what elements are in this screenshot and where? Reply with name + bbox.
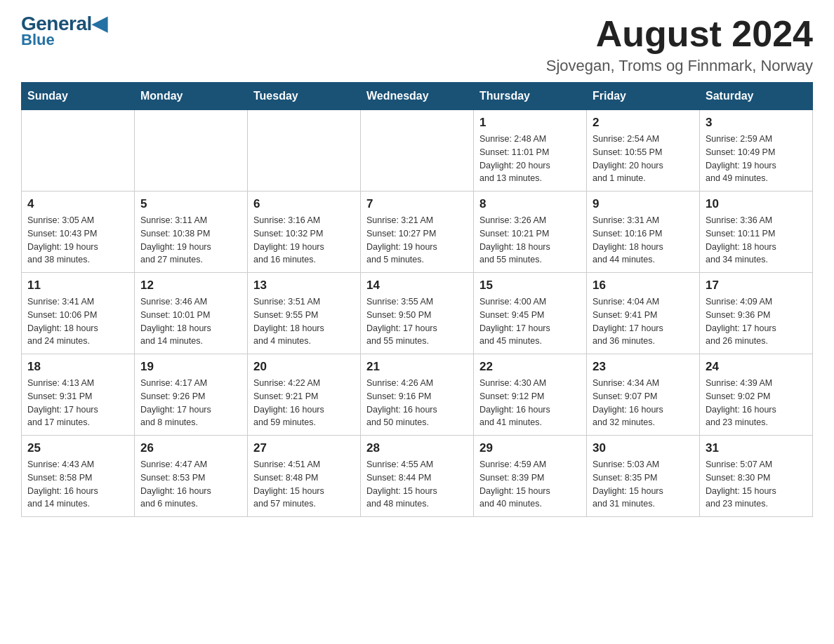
- day-info: Sunrise: 3:31 AM Sunset: 10:16 PM Daylig…: [593, 214, 694, 267]
- day-number: 4: [27, 197, 128, 211]
- page-header: General◀ Blue August 2024 Sjovegan, Trom…: [21, 14, 813, 75]
- day-number: 25: [27, 441, 128, 455]
- table-row: 1Sunrise: 2:48 AM Sunset: 11:01 PM Dayli…: [474, 110, 587, 192]
- day-info: Sunrise: 5:03 AM Sunset: 8:35 PM Dayligh…: [593, 458, 694, 511]
- day-info: Sunrise: 3:16 AM Sunset: 10:32 PM Daylig…: [253, 214, 355, 267]
- table-row: 23Sunrise: 4:34 AM Sunset: 9:07 PM Dayli…: [587, 354, 700, 436]
- col-friday: Friday: [587, 83, 700, 110]
- day-info: Sunrise: 4:04 AM Sunset: 9:41 PM Dayligh…: [593, 295, 694, 348]
- page-title: August 2024: [546, 14, 813, 54]
- day-info: Sunrise: 4:13 AM Sunset: 9:31 PM Dayligh…: [27, 377, 128, 429]
- day-info: Sunrise: 3:51 AM Sunset: 9:55 PM Dayligh…: [253, 295, 355, 348]
- table-row: 3Sunrise: 2:59 AM Sunset: 10:49 PM Dayli…: [700, 110, 813, 192]
- calendar-week-row: 18Sunrise: 4:13 AM Sunset: 9:31 PM Dayli…: [22, 354, 813, 436]
- table-row: 4Sunrise: 3:05 AM Sunset: 10:43 PM Dayli…: [22, 192, 135, 273]
- table-row: 9Sunrise: 3:31 AM Sunset: 10:16 PM Dayli…: [587, 192, 700, 273]
- table-row: 6Sunrise: 3:16 AM Sunset: 10:32 PM Dayli…: [248, 192, 361, 273]
- table-row: 12Sunrise: 3:46 AM Sunset: 10:01 PM Dayl…: [135, 273, 248, 354]
- table-row: 20Sunrise: 4:22 AM Sunset: 9:21 PM Dayli…: [248, 354, 361, 436]
- day-number: 28: [366, 441, 468, 455]
- day-number: 26: [140, 441, 241, 455]
- table-row: 16Sunrise: 4:04 AM Sunset: 9:41 PM Dayli…: [587, 273, 700, 354]
- day-info: Sunrise: 4:47 AM Sunset: 8:53 PM Dayligh…: [140, 458, 241, 511]
- day-info: Sunrise: 3:21 AM Sunset: 10:27 PM Daylig…: [366, 214, 468, 267]
- day-number: 27: [253, 441, 355, 455]
- col-sunday: Sunday: [22, 83, 135, 110]
- table-row: [361, 110, 474, 192]
- day-info: Sunrise: 2:54 AM Sunset: 10:55 PM Daylig…: [593, 133, 694, 185]
- table-row: 29Sunrise: 4:59 AM Sunset: 8:39 PM Dayli…: [474, 436, 587, 517]
- table-row: 15Sunrise: 4:00 AM Sunset: 9:45 PM Dayli…: [474, 273, 587, 354]
- col-tuesday: Tuesday: [248, 83, 361, 110]
- day-info: Sunrise: 3:26 AM Sunset: 10:21 PM Daylig…: [479, 214, 581, 267]
- table-row: 10Sunrise: 3:36 AM Sunset: 10:11 PM Dayl…: [700, 192, 813, 273]
- day-info: Sunrise: 4:55 AM Sunset: 8:44 PM Dayligh…: [366, 458, 468, 511]
- table-row: [248, 110, 361, 192]
- title-block: August 2024 Sjovegan, Troms og Finnmark,…: [546, 14, 813, 75]
- day-number: 31: [706, 441, 807, 455]
- calendar-week-row: 11Sunrise: 3:41 AM Sunset: 10:06 PM Dayl…: [22, 273, 813, 354]
- day-info: Sunrise: 4:22 AM Sunset: 9:21 PM Dayligh…: [253, 377, 355, 429]
- table-row: 31Sunrise: 5:07 AM Sunset: 8:30 PM Dayli…: [700, 436, 813, 517]
- day-number: 22: [479, 360, 581, 374]
- day-info: Sunrise: 3:05 AM Sunset: 10:43 PM Daylig…: [27, 214, 128, 267]
- col-wednesday: Wednesday: [361, 83, 474, 110]
- day-info: Sunrise: 4:51 AM Sunset: 8:48 PM Dayligh…: [253, 458, 355, 511]
- table-row: 24Sunrise: 4:39 AM Sunset: 9:02 PM Dayli…: [700, 354, 813, 436]
- table-row: 27Sunrise: 4:51 AM Sunset: 8:48 PM Dayli…: [248, 436, 361, 517]
- table-row: 30Sunrise: 5:03 AM Sunset: 8:35 PM Dayli…: [587, 436, 700, 517]
- col-saturday: Saturday: [700, 83, 813, 110]
- table-row: 8Sunrise: 3:26 AM Sunset: 10:21 PM Dayli…: [474, 192, 587, 273]
- day-number: 1: [479, 116, 581, 130]
- day-info: Sunrise: 2:48 AM Sunset: 11:01 PM Daylig…: [479, 133, 581, 185]
- day-info: Sunrise: 4:09 AM Sunset: 9:36 PM Dayligh…: [706, 295, 807, 348]
- day-number: 2: [593, 116, 694, 130]
- day-info: Sunrise: 4:26 AM Sunset: 9:16 PM Dayligh…: [366, 377, 468, 429]
- logo-arrow-triangle: ◀: [92, 13, 107, 34]
- table-row: 5Sunrise: 3:11 AM Sunset: 10:38 PM Dayli…: [135, 192, 248, 273]
- day-number: 23: [593, 360, 694, 374]
- logo-blue: Blue: [21, 32, 55, 48]
- day-info: Sunrise: 4:17 AM Sunset: 9:26 PM Dayligh…: [140, 377, 241, 429]
- table-row: 26Sunrise: 4:47 AM Sunset: 8:53 PM Dayli…: [135, 436, 248, 517]
- day-number: 5: [140, 197, 241, 211]
- table-row: 21Sunrise: 4:26 AM Sunset: 9:16 PM Dayli…: [361, 354, 474, 436]
- day-number: 30: [593, 441, 694, 455]
- day-info: Sunrise: 3:55 AM Sunset: 9:50 PM Dayligh…: [366, 295, 468, 348]
- col-thursday: Thursday: [474, 83, 587, 110]
- table-row: 14Sunrise: 3:55 AM Sunset: 9:50 PM Dayli…: [361, 273, 474, 354]
- calendar-table: Sunday Monday Tuesday Wednesday Thursday…: [21, 82, 813, 517]
- day-info: Sunrise: 3:46 AM Sunset: 10:01 PM Daylig…: [140, 295, 241, 348]
- table-row: 11Sunrise: 3:41 AM Sunset: 10:06 PM Dayl…: [22, 273, 135, 354]
- day-number: 16: [593, 279, 694, 293]
- table-row: 2Sunrise: 2:54 AM Sunset: 10:55 PM Dayli…: [587, 110, 700, 192]
- day-number: 19: [140, 360, 241, 374]
- table-row: 25Sunrise: 4:43 AM Sunset: 8:58 PM Dayli…: [22, 436, 135, 517]
- calendar-header-row: Sunday Monday Tuesday Wednesday Thursday…: [22, 83, 813, 110]
- day-number: 8: [479, 197, 581, 211]
- day-number: 13: [253, 279, 355, 293]
- day-number: 11: [27, 279, 128, 293]
- table-row: 18Sunrise: 4:13 AM Sunset: 9:31 PM Dayli…: [22, 354, 135, 436]
- day-number: 24: [706, 360, 807, 374]
- day-info: Sunrise: 3:11 AM Sunset: 10:38 PM Daylig…: [140, 214, 241, 267]
- day-number: 29: [479, 441, 581, 455]
- table-row: 19Sunrise: 4:17 AM Sunset: 9:26 PM Dayli…: [135, 354, 248, 436]
- day-info: Sunrise: 4:00 AM Sunset: 9:45 PM Dayligh…: [479, 295, 581, 348]
- table-row: 22Sunrise: 4:30 AM Sunset: 9:12 PM Dayli…: [474, 354, 587, 436]
- table-row: [22, 110, 135, 192]
- day-number: 17: [706, 279, 807, 293]
- page-subtitle: Sjovegan, Troms og Finnmark, Norway: [546, 57, 813, 75]
- calendar-week-row: 4Sunrise: 3:05 AM Sunset: 10:43 PM Dayli…: [22, 192, 813, 273]
- day-number: 20: [253, 360, 355, 374]
- day-info: Sunrise: 5:07 AM Sunset: 8:30 PM Dayligh…: [706, 458, 807, 511]
- table-row: 13Sunrise: 3:51 AM Sunset: 9:55 PM Dayli…: [248, 273, 361, 354]
- day-info: Sunrise: 4:30 AM Sunset: 9:12 PM Dayligh…: [479, 377, 581, 429]
- day-number: 7: [366, 197, 468, 211]
- table-row: 17Sunrise: 4:09 AM Sunset: 9:36 PM Dayli…: [700, 273, 813, 354]
- day-number: 3: [706, 116, 807, 130]
- logo: General◀ Blue: [21, 14, 107, 48]
- table-row: [135, 110, 248, 192]
- day-info: Sunrise: 4:43 AM Sunset: 8:58 PM Dayligh…: [27, 458, 128, 511]
- day-info: Sunrise: 4:39 AM Sunset: 9:02 PM Dayligh…: [706, 377, 807, 429]
